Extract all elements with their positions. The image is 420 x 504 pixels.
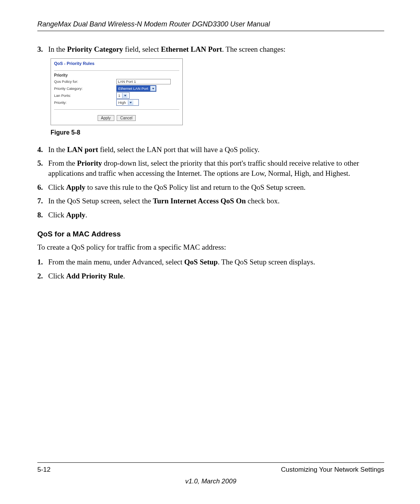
header-rule [37, 31, 384, 31]
text: to save this rule to the QoS Policy list… [86, 183, 306, 191]
bold-text: Priority Category [67, 45, 123, 53]
select-value: High [117, 100, 128, 105]
text: From the [48, 159, 77, 167]
apply-button[interactable]: Apply [98, 115, 114, 121]
bold-text: Apply [66, 211, 86, 219]
step-number: 6. [37, 182, 48, 192]
step-number: 3. [37, 44, 48, 54]
row-lan-ports: Lan Ports: 1 [54, 92, 179, 99]
row-priority: Priority: High [54, 99, 179, 106]
label-lan-ports: Lan Ports: [54, 93, 116, 98]
bold-text: LAN port [67, 145, 98, 154]
priority-select[interactable]: High [116, 99, 139, 106]
bold-text: Ethernet LAN Port [161, 45, 222, 53]
step-body: In the Priority Category field, select E… [48, 44, 384, 54]
step-7: 7. In the QoS Setup screen, select the T… [37, 196, 384, 206]
bold-text: Apply [66, 183, 86, 191]
text: . The QoS Setup screen displays. [218, 258, 315, 266]
text: In the QoS Setup screen, select the [48, 197, 153, 205]
step-8: 8. Click Apply. [37, 210, 384, 220]
label-priority: Priority: [54, 100, 116, 105]
text: . [86, 211, 88, 219]
footer-section-title: Customizing Your Network Settings [281, 466, 384, 474]
bold-text: Priority [77, 159, 102, 167]
bold-text: Turn Internet Access QoS On [153, 197, 246, 205]
qos-policy-for-input[interactable]: LAN Port 1 [116, 79, 171, 84]
step-number: 8. [37, 210, 48, 220]
panel-title: QoS - Priority Rules [51, 59, 182, 70]
page-number: 5-12 [37, 466, 51, 474]
text: . [123, 272, 125, 280]
page-footer: 5-12 Customizing Your Network Settings v… [37, 462, 384, 485]
text: Click [48, 211, 66, 219]
select-value: Ethernet LAN Port [117, 86, 150, 91]
text: check box. [246, 197, 280, 205]
select-value: 1 [117, 93, 122, 98]
mac-step-1: 1. From the main menu, under Advanced, s… [37, 257, 384, 267]
bold-text: QoS Setup [184, 258, 218, 266]
step-number: 5. [37, 158, 48, 178]
chevron-down-icon [150, 86, 156, 91]
step-5: 5. From the Priority drop-down list, sel… [37, 158, 384, 178]
running-header: RangeMax Dual Band Wireless-N Modem Rout… [37, 20, 384, 28]
intro-paragraph: To create a QoS policy for traffic from … [37, 242, 384, 252]
row-priority-category: Priority Category: Ethernet LAN Port [54, 85, 179, 92]
chevron-down-icon [128, 100, 133, 105]
footer-version: v1.0, March 2009 [37, 478, 384, 485]
step-number: 4. [37, 145, 48, 155]
text: field, select the LAN port that will hav… [98, 145, 259, 154]
panel-section-heading: Priority [54, 72, 179, 78]
mac-step-2: 2. Click Add Priority Rule. [37, 271, 384, 281]
step-number: 1. [37, 257, 48, 267]
figure-caption: Figure 5-8 [51, 129, 384, 136]
text: field, select [123, 45, 161, 53]
priority-category-select[interactable]: Ethernet LAN Port [116, 85, 156, 92]
text: Click [48, 272, 66, 280]
step-number: 7. [37, 196, 48, 206]
cancel-button[interactable]: Cancel [117, 115, 136, 121]
text: In the [48, 45, 67, 53]
label-priority-category: Priority Category: [54, 86, 116, 91]
label-qos-policy-for: Qos Policy for: [54, 79, 116, 84]
chevron-down-icon [122, 93, 128, 98]
qos-priority-rules-panel: QoS - Priority Rules Priority Qos Policy… [51, 58, 183, 125]
subheading-qos-mac: QoS for a MAC Address [37, 230, 384, 238]
bold-text: Add Priority Rule [66, 272, 123, 280]
step-4: 4. In the LAN port field, select the LAN… [37, 145, 384, 155]
lan-ports-select[interactable]: 1 [116, 92, 130, 99]
text: Click [48, 183, 66, 191]
text: . The screen changes: [222, 45, 285, 53]
step-3: 3. In the Priority Category field, selec… [37, 44, 384, 54]
text: From the main menu, under Advanced, sele… [48, 258, 184, 266]
step-6: 6. Click Apply to save this rule to the … [37, 182, 384, 192]
figure-5-8: QoS - Priority Rules Priority Qos Policy… [51, 58, 384, 125]
row-qos-policy-for: Qos Policy for: LAN Port 1 [54, 78, 179, 85]
footer-rule [37, 462, 384, 463]
step-number: 2. [37, 271, 48, 281]
text: In the [48, 145, 67, 154]
